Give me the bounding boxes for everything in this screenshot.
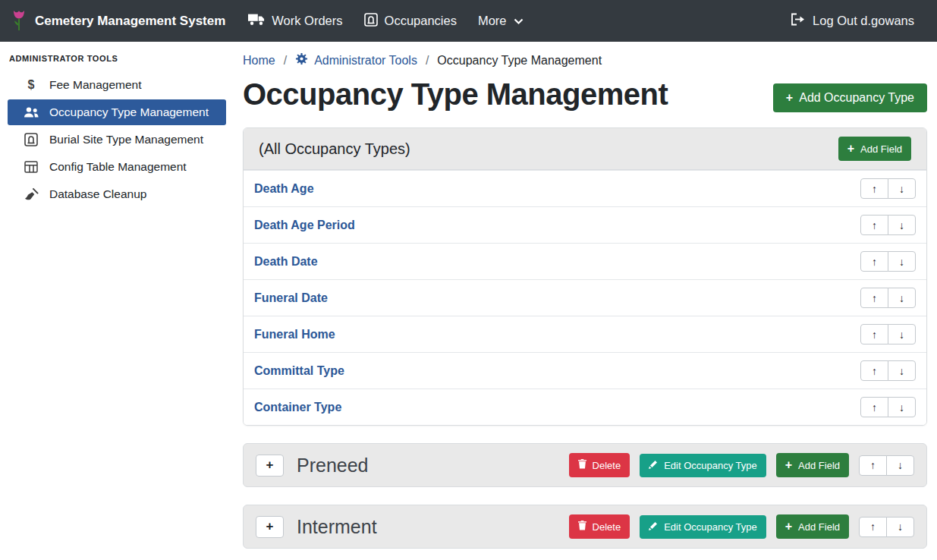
move-down-button[interactable]: ↓ <box>886 455 914 476</box>
table-icon <box>23 161 39 173</box>
chevron-down-icon <box>514 14 524 28</box>
section-title: Preneed <box>297 455 369 477</box>
breadcrumb-admin-tools-label: Administrator Tools <box>314 54 417 68</box>
breadcrumb-admin-tools-link[interactable]: Administrator Tools <box>295 52 417 68</box>
broom-icon <box>23 187 39 201</box>
all-occupancy-types-header: (All Occupancy Types) + Add Field <box>244 128 926 170</box>
down-arrow-icon: ↓ <box>899 256 904 268</box>
move-down-button[interactable]: ↓ <box>888 251 916 272</box>
admin-tools-sidebar: Administrator Tools $ Fee Management Occ… <box>0 42 234 560</box>
field-link-death-age-period[interactable]: Death Age Period <box>254 219 355 232</box>
up-arrow-icon: ↑ <box>872 401 877 414</box>
main-content: Home / Administrator Tools <box>234 42 937 560</box>
gear-icon <box>295 52 308 68</box>
reorder-button-group: ↑ ↓ <box>860 288 916 308</box>
field-link-death-date[interactable]: Death Date <box>254 255 318 269</box>
pencil-icon <box>649 460 658 471</box>
reorder-button-group: ↑ ↓ <box>859 517 914 537</box>
sidebar-item-label: Fee Management <box>49 78 142 92</box>
page-title: Occupancy Type Management <box>243 77 668 112</box>
reorder-button-group: ↑ ↓ <box>860 178 916 199</box>
plus-icon: + <box>785 459 792 471</box>
add-field-button[interactable]: + Add Field <box>838 137 911 161</box>
sidebar-item-occupancy-type-management[interactable]: Occupancy Type Management <box>8 99 226 125</box>
sidebar-item-label: Burial Site Type Management <box>49 133 203 146</box>
tombstone-icon <box>23 133 39 146</box>
plus-icon: + <box>786 92 793 104</box>
field-row: Death Age ↑ ↓ <box>244 170 926 206</box>
move-up-button[interactable]: ↑ <box>860 288 888 308</box>
tombstone-icon <box>364 13 378 30</box>
logout-label: Log Out d.gowans <box>813 14 914 28</box>
logout-link[interactable]: Log Out d.gowans <box>780 7 925 35</box>
down-arrow-icon: ↓ <box>899 329 904 341</box>
sidebar-item-label: Occupancy Type Management <box>49 105 209 119</box>
nav-more-label: More <box>478 14 507 28</box>
move-down-button[interactable]: ↓ <box>888 288 916 308</box>
move-up-button[interactable]: ↑ <box>860 324 888 344</box>
top-navbar: Cemetery Management System Work Orders O… <box>0 0 937 42</box>
sidebar-item-label: Database Cleanup <box>49 187 146 201</box>
nav-more[interactable]: More <box>467 8 534 34</box>
move-up-button[interactable]: ↑ <box>860 360 888 381</box>
add-field-button[interactable]: + Add Field <box>776 514 849 539</box>
add-field-label: Add Field <box>798 521 840 533</box>
move-up-button[interactable]: ↑ <box>860 178 888 199</box>
breadcrumb: Home / Administrator Tools <box>243 48 927 68</box>
add-occupancy-type-button[interactable]: + Add Occupancy Type <box>773 83 927 112</box>
delete-button[interactable]: Delete <box>569 514 630 539</box>
reorder-button-group: ↑ ↓ <box>860 215 916 235</box>
sidebar-item-fee-management[interactable]: $ Fee Management <box>8 72 226 98</box>
move-up-button[interactable]: ↑ <box>860 397 888 417</box>
add-field-button[interactable]: + Add Field <box>776 453 849 477</box>
move-down-button[interactable]: ↓ <box>886 517 914 537</box>
move-down-button[interactable]: ↓ <box>888 178 916 199</box>
nav-work-orders[interactable]: Work Orders <box>237 7 353 35</box>
up-arrow-icon: ↑ <box>872 256 877 268</box>
up-arrow-icon: ↑ <box>872 183 877 195</box>
move-down-button[interactable]: ↓ <box>888 397 916 417</box>
section-actions: Delete Edit Occupancy Type + Add Field <box>569 514 914 539</box>
all-occupancy-types-card: (All Occupancy Types) + Add Field Death … <box>243 127 927 426</box>
field-link-death-age[interactable]: Death Age <box>254 182 314 196</box>
edit-occupancy-type-button[interactable]: Edit Occupancy Type <box>640 515 766 539</box>
edit-occupancy-type-button[interactable]: Edit Occupancy Type <box>640 454 766 477</box>
section-title: Interment <box>297 516 377 538</box>
sidebar-item-database-cleanup[interactable]: Database Cleanup <box>8 181 226 207</box>
plus-icon: + <box>266 519 274 534</box>
nav-work-orders-label: Work Orders <box>272 14 342 28</box>
reorder-button-group: ↑ ↓ <box>860 324 916 344</box>
move-up-button[interactable]: ↑ <box>860 215 888 235</box>
field-row: Death Age Period ↑ ↓ <box>244 206 926 243</box>
sidebar-item-config-table-management[interactable]: Config Table Management <box>8 154 226 180</box>
app-brand[interactable]: Cemetery Management System <box>11 10 225 32</box>
field-link-funeral-home[interactable]: Funeral Home <box>254 328 335 341</box>
expand-section-button[interactable]: + <box>256 516 284 538</box>
expand-section-button[interactable]: + <box>256 455 284 477</box>
down-arrow-icon: ↓ <box>898 459 903 471</box>
move-down-button[interactable]: ↓ <box>888 324 916 344</box>
up-arrow-icon: ↑ <box>872 219 877 231</box>
pencil-icon <box>649 521 658 533</box>
sidebar-item-burial-site-type-management[interactable]: Burial Site Type Management <box>8 127 226 153</box>
breadcrumb-separator: / <box>426 54 429 68</box>
delete-button[interactable]: Delete <box>569 453 630 477</box>
move-down-button[interactable]: ↓ <box>888 360 916 381</box>
trash-icon <box>578 521 586 533</box>
move-up-button[interactable]: ↑ <box>860 251 888 272</box>
move-up-button[interactable]: ↑ <box>859 455 887 476</box>
nav-occupancies[interactable]: Occupancies <box>354 7 467 36</box>
breadcrumb-home-link[interactable]: Home <box>243 54 275 68</box>
field-link-committal-type[interactable]: Committal Type <box>254 364 344 378</box>
occupancy-type-section-preneed: + Preneed Delete <box>243 443 927 487</box>
down-arrow-icon: ↓ <box>899 219 904 231</box>
users-icon <box>23 107 39 118</box>
field-link-funeral-date[interactable]: Funeral Date <box>254 291 328 305</box>
plus-icon: + <box>847 143 854 155</box>
field-row: Death Date ↑ ↓ <box>244 243 926 279</box>
add-occupancy-type-label: Add Occupancy Type <box>799 91 914 105</box>
move-up-button[interactable]: ↑ <box>859 517 887 537</box>
add-field-label: Add Field <box>860 143 902 155</box>
move-down-button[interactable]: ↓ <box>888 215 916 235</box>
field-link-container-type[interactable]: Container Type <box>254 401 341 414</box>
